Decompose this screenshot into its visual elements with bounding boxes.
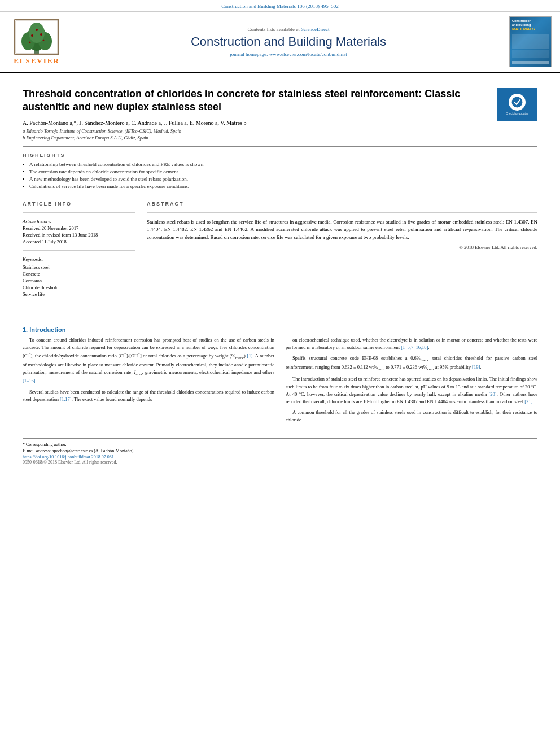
svg-point-8 [29, 41, 31, 43]
highlight-item-2: The corrosion rate depends on chloride c… [23, 169, 537, 174]
journal-homepage: journal homepage: www.elsevier.com/locat… [73, 51, 504, 57]
journal-cover-image: Constructionand Building MATERIALS [509, 16, 554, 67]
check-updates-label: Check for updates [506, 112, 529, 115]
body-col-right: on electrochemical technique used, wheth… [286, 326, 537, 427]
journal-header-center: Contents lists available at ScienceDirec… [68, 27, 509, 57]
highlights-list: A relationship between threshold concent… [23, 161, 537, 189]
body-text-right: on electrochemical technique used, wheth… [286, 337, 537, 424]
article-info-header: ARTICLE INFO [23, 201, 135, 207]
elsevier-tree-icon [14, 19, 59, 55]
svg-point-12 [511, 97, 523, 108]
sciencedirect-link[interactable]: ScienceDirect [301, 27, 329, 32]
body-para-4: Spalfis structural concrete code EHE-08 … [286, 355, 537, 372]
svg-point-6 [40, 33, 42, 36]
history-label: Article history: [23, 219, 135, 224]
check-for-updates-badge: Check for updates [497, 88, 537, 121]
journal-citation-text: Construction and Building Materials 186 … [221, 3, 338, 9]
article-info-abstract-section: ARTICLE INFO Article history: Received 2… [23, 201, 537, 309]
received-date: Received 20 November 2017 [23, 225, 135, 231]
highlights-header: HIGHLIGHTS [23, 152, 537, 158]
contents-available-text: Contents lists available at ScienceDirec… [73, 27, 504, 32]
email-text: E-mail address: apachon@ietcc.csic.es (A… [23, 448, 134, 453]
body-para-5: The introduction of stainless steel to r… [286, 375, 537, 405]
body-col-left: 1. Introduction To concern around chlori… [23, 326, 274, 427]
article-info-column: ARTICLE INFO Article history: Received 2… [23, 201, 135, 309]
footnote-section: * Corresponding author. E-mail address: … [23, 438, 537, 465]
body-para-6: A common threshold for all the grades of… [286, 409, 537, 423]
check-updates-icon [509, 94, 526, 111]
svg-point-7 [36, 29, 38, 31]
keyword-5: Service life [23, 291, 135, 297]
abstract-copyright: © 2018 Elsevier Ltd. All rights reserved… [147, 244, 537, 250]
section-1-heading: 1. Introduction [23, 326, 274, 333]
divider-before-body [23, 317, 537, 317]
abstract-text: Stainless steel rebars is used to length… [147, 219, 537, 242]
corresponding-author-note: * Corresponding author. [23, 442, 537, 447]
divider-after-affiliations [23, 146, 537, 147]
keywords-divider [23, 250, 135, 251]
elsevier-logo: ELSEVIER [6, 19, 68, 65]
keyword-2: Concrete [23, 271, 135, 277]
article-info-divider [23, 212, 135, 213]
cover-title-text: Constructionand Building [512, 19, 549, 27]
keyword-4: Chloride threshold [23, 285, 135, 290]
cover-materials-text: MATERIALS [512, 27, 549, 32]
highlight-item-3: A new methodology has been developed to … [23, 176, 537, 182]
body-two-col: 1. Introduction To concern around chlori… [23, 326, 537, 427]
body-para-2: Several studies have been conducted to c… [23, 388, 274, 403]
accepted-date: Accepted 11 July 2018 [23, 239, 135, 244]
journal-title: Construction and Building Materials [73, 34, 504, 49]
journal-citation: Construction and Building Materials 186 … [0, 0, 560, 12]
article-title: Threshold concentration of chlorides in … [23, 88, 489, 114]
keywords-list: Stainless steel Concrete Corrosion Chlor… [23, 264, 135, 297]
doi-line: https://doi.org/10.1016/j.conbuildmat.20… [23, 455, 537, 460]
authors-line: A. Pachón-Montaño a,*, J. Sánchez-Monter… [23, 120, 537, 126]
body-section-1: 1. Introduction To concern around chlori… [23, 326, 537, 427]
svg-point-5 [31, 34, 33, 37]
highlight-item-4: Calculations of service life have been m… [23, 184, 537, 189]
article-history: Article history: Received 20 November 20… [23, 219, 135, 244]
abstract-top-divider [147, 212, 537, 213]
main-content: Threshold concentration of chlorides in … [0, 73, 560, 465]
journal-header: ELSEVIER Contents lists available at Sci… [0, 12, 560, 73]
email-note: E-mail address: apachon@ietcc.csic.es (A… [23, 448, 537, 453]
highlights-section: HIGHLIGHTS A relationship between thresh… [23, 152, 537, 189]
revised-date: Received in revised form 13 June 2018 [23, 232, 135, 238]
affiliation-a: a Eduardo Torroja Institute of Construct… [23, 128, 537, 134]
keyword-1: Stainless steel [23, 264, 135, 270]
elsevier-brand-text: ELSEVIER [14, 56, 60, 65]
highlight-item-1: A relationship between threshold concent… [23, 161, 537, 167]
affiliation-b: b Engineering Department, Acerinox Europ… [23, 135, 537, 141]
abstract-header: ABSTRACT [147, 201, 537, 207]
body-text-left: To concern around chlorides-induced rein… [23, 337, 274, 403]
issn-line: 0950-0618/© 2018 Elsevier Ltd. All right… [23, 460, 537, 465]
info-bottom-divider [23, 303, 135, 303]
keyword-3: Corrosion [23, 278, 135, 283]
svg-point-9 [43, 39, 45, 41]
divider-after-highlights [23, 195, 537, 195]
keywords-label: Keywords: [23, 256, 135, 262]
body-para-1: To concern around chlorides-induced rein… [23, 337, 274, 385]
abstract-column: ABSTRACT Stainless steel rebars is used … [147, 201, 537, 309]
svg-point-4 [29, 23, 45, 43]
body-para-3: on electrochemical technique used, wheth… [286, 337, 537, 351]
